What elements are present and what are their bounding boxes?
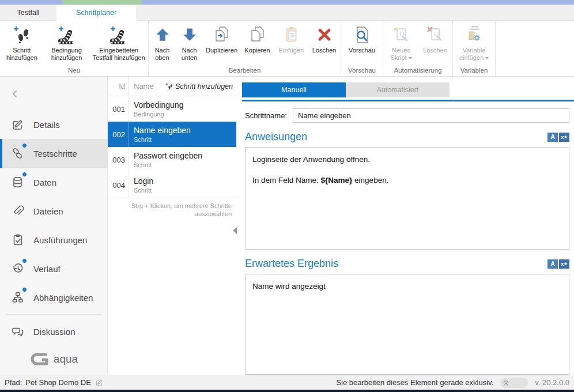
- sidebar-collapse-button[interactable]: [10, 89, 20, 101]
- sidebar-divider: [6, 314, 101, 315]
- step-name: Vorbedingung: [134, 100, 236, 110]
- path-value: Pet Shop Demo DE: [25, 378, 90, 387]
- sidebar-item-abhaengigkeiten[interactable]: Abhängigkeiten: [0, 283, 107, 312]
- instructions-header: Anweisungen A x★: [245, 131, 569, 143]
- column-header-id: Id: [108, 77, 129, 96]
- move-down-button[interactable]: Nach unten: [176, 22, 203, 62]
- new-script-button[interactable]: {} Neues Skript: [384, 22, 418, 62]
- step-type: Schritt: [134, 135, 236, 144]
- step-row[interactable]: 003 Passwort eingeben Schritt: [108, 147, 236, 172]
- step-name: Login: [134, 176, 236, 186]
- group-label-bearbeiten: Bearbeiten: [149, 67, 341, 76]
- instruction-line: Loginseite der Anwendung öffnen.: [252, 154, 562, 165]
- ribbon-tabbar: Testfall Schrittplaner: [0, 5, 574, 21]
- step-type: Bedingung: [134, 110, 236, 118]
- ribbon-spacer: [496, 21, 574, 76]
- active-tab-accent: [62, 0, 142, 5]
- sidebar: Details Testschritte Daten: [0, 77, 107, 375]
- stepname-row: Schrittname:: [245, 108, 569, 123]
- translate-button[interactable]: x★: [559, 259, 569, 269]
- embedded-testcase-add-icon: [108, 24, 129, 47]
- sidebar-item-verlauf[interactable]: Verlauf: [0, 254, 107, 283]
- sidebar-item-daten[interactable]: Daten: [0, 168, 107, 197]
- paperclip-icon: [10, 203, 25, 218]
- step-row[interactable]: 001 Vorbedingung Bedingung: [108, 96, 236, 122]
- sidebar-item-details[interactable]: Details: [0, 110, 107, 139]
- instruction-line: In dem Feld Name: ${Name} eingeben.: [252, 175, 562, 186]
- delete-icon: [315, 24, 334, 47]
- step-name: Passwort eingeben: [134, 151, 236, 161]
- ribbon-group-variablen: Variable einfügen Variablen: [453, 21, 496, 76]
- tab-testfall[interactable]: Testfall: [0, 5, 56, 21]
- sidebar-item-testschritte[interactable]: Testschritte: [0, 139, 107, 168]
- expected-result-editor[interactable]: Name wird angezeigt: [245, 274, 569, 375]
- group-label-variablen: Variablen: [453, 67, 495, 76]
- delete-button[interactable]: Löschen: [308, 22, 341, 54]
- detail-tabbar: Manuell Automatisiert: [242, 82, 574, 97]
- aqua-logo-icon: [29, 352, 49, 367]
- step-row-selected[interactable]: 002 Name eingeben Schritt: [108, 122, 236, 147]
- multiselect-hint: Strg + Klicken, um mehrere Schritte ausz…: [108, 198, 236, 218]
- paste-button[interactable]: Einfügen: [275, 22, 308, 54]
- ribbon-group-neu: Schritt hinzufügen Bedingung hinzufügen: [0, 21, 149, 76]
- translate-button[interactable]: x★: [559, 133, 569, 142]
- dependencies-icon: [10, 290, 25, 305]
- group-label-vorschau: Vorschau: [341, 67, 383, 76]
- version-label: v. 20.2.0.0: [535, 378, 569, 387]
- format-text-button[interactable]: A: [547, 259, 558, 269]
- add-step-link[interactable]: Schritt hinzufügen: [165, 82, 236, 91]
- column-header-name: Name: [129, 82, 165, 91]
- preview-icon: [352, 24, 372, 47]
- panel-collapse-handle[interactable]: [233, 227, 237, 234]
- tab-schrittplaner[interactable]: Schrittplaner: [56, 5, 136, 21]
- steps-list-panel: Id Name Schritt hinzufügen 001 Vorbeding…: [107, 77, 236, 375]
- notification-dot: [22, 258, 27, 263]
- add-embedded-testcase-button[interactable]: Eingebetteten Testfall hinzufügen: [89, 22, 148, 62]
- notification-dot: [22, 172, 27, 177]
- step-detail-panel: Manuell Automatisiert Schrittname: Anwei…: [242, 77, 574, 375]
- ribbon-group-bearbeiten: Nach oben Nach unten Duplizieren: [149, 21, 341, 76]
- ribbon: Schritt hinzufügen Bedingung hinzufügen: [0, 21, 574, 77]
- sidebar-item-dateien[interactable]: Dateien: [0, 197, 107, 225]
- insert-variable-button[interactable]: Variable einfügen: [455, 22, 494, 62]
- arrow-up-icon: [153, 24, 172, 47]
- path-label: Pfad:: [5, 378, 22, 387]
- step-row[interactable]: 004 Login Schritt: [108, 172, 236, 198]
- sidebar-item-ausfuehrungen[interactable]: Ausführungen: [0, 225, 107, 254]
- stepname-input[interactable]: [293, 108, 569, 123]
- format-text-button[interactable]: A: [547, 133, 558, 142]
- statusbar: Pfad: Pet Shop Demo DE Sie bearbeiten di…: [0, 375, 574, 390]
- chevron-left-icon: [10, 89, 20, 99]
- notification-dot: [22, 287, 27, 292]
- expected-result-line: Name wird angezeigt: [252, 281, 562, 292]
- footsteps-icon: [10, 146, 25, 161]
- preview-button[interactable]: Vorschau: [343, 22, 381, 54]
- ribbon-group-vorschau: Vorschau Vorschau: [341, 21, 383, 76]
- group-label-neu: Neu: [0, 67, 148, 76]
- delete-script-button[interactable]: {} Löschen: [418, 22, 452, 54]
- duplicate-button[interactable]: Duplizieren: [203, 22, 240, 54]
- duplicate-icon: [212, 24, 232, 47]
- add-step-button[interactable]: Schritt hinzufügen: [0, 22, 44, 62]
- add-condition-button[interactable]: Bedingung hinzufügen: [44, 22, 90, 62]
- settings-toggle[interactable]: [500, 378, 528, 388]
- arrow-down-icon: [180, 24, 199, 47]
- instructions-editor[interactable]: Loginseite der Anwendung öffnen. In dem …: [245, 147, 569, 250]
- tab-automatisiert[interactable]: Automatisiert: [346, 82, 450, 97]
- variable-token: ${Name}: [321, 176, 353, 184]
- step-name: Name eingeben: [134, 126, 236, 135]
- expected-result-title: Erwartetes Ergebnis: [245, 258, 338, 270]
- footsteps-add-icon: [12, 24, 32, 47]
- dropdown-caret-icon: [485, 57, 489, 59]
- sidebar-item-diskussion[interactable]: Diskussion: [0, 317, 107, 346]
- step-type: Schritt: [134, 161, 236, 169]
- bottom-accent-bar: [0, 390, 574, 392]
- ribbon-group-automatisierung: {} Neues Skript {} Löschen Aut: [383, 21, 453, 76]
- copy-button[interactable]: Kopieren: [240, 22, 275, 54]
- tab-manuell[interactable]: Manuell: [242, 82, 346, 97]
- window-accent-strip: [0, 0, 574, 5]
- move-up-button[interactable]: Nach oben: [149, 22, 176, 62]
- clipboard-check-icon: [10, 232, 25, 247]
- tab-underline: [242, 100, 574, 101]
- edit-path-icon[interactable]: [95, 378, 104, 387]
